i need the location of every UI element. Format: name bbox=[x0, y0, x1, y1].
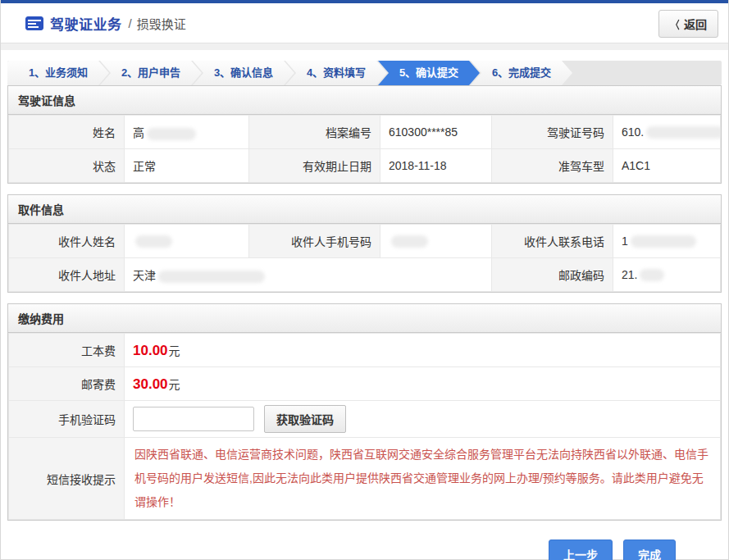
vehicle-class-value: A1C1 bbox=[613, 149, 721, 183]
table-row: 收件人地址 天津 邮政编码 21. bbox=[9, 258, 721, 292]
recipient-mobile-value bbox=[380, 225, 492, 258]
file-number-label: 档案编号 bbox=[249, 116, 380, 149]
recipient-address-label: 收件人地址 bbox=[9, 258, 125, 292]
breadcrumb-separator: / bbox=[129, 16, 132, 30]
sms-notice-cell: 因陕西省联通、电信运营商技术问题，陕西省互联网交通安全综合服务管理平台无法向持陕… bbox=[125, 438, 721, 520]
license-number-label: 驾驶证号码 bbox=[492, 116, 613, 149]
name-label: 姓名 bbox=[9, 116, 125, 149]
redaction-blur bbox=[158, 271, 265, 283]
payment-fees-panel: 缴纳费用 工本费 10.00元 邮寄费 30.00元 手机验证码 获取验证码 短… bbox=[7, 303, 722, 521]
breadcrumb-current: 损毁换证 bbox=[137, 15, 186, 32]
table-row: 邮寄费 30.00元 bbox=[9, 367, 721, 401]
step-2-user-declaration: 2、用户申告 bbox=[100, 61, 202, 85]
recipient-mobile-label: 收件人手机号码 bbox=[249, 225, 380, 258]
back-button[interactable]: 〈 返回 bbox=[658, 10, 718, 38]
pickup-info-panel: 取件信息 收件人姓名 收件人手机号码 收件人联系电话 1 收件人地址 天津 邮政… bbox=[7, 194, 722, 293]
vehicle-class-label: 准驾车型 bbox=[492, 149, 613, 183]
step-6-finish-submit: 6、完成提交 bbox=[471, 61, 572, 85]
redaction-blur bbox=[135, 235, 172, 248]
fee-amount: 30.00 bbox=[133, 376, 168, 392]
redaction-blur bbox=[391, 235, 428, 248]
redaction-blur bbox=[631, 235, 696, 248]
header-divider bbox=[1, 43, 728, 50]
payment-fees-title: 缴纳费用 bbox=[8, 304, 721, 333]
expiry-date-label: 有效期止日期 bbox=[249, 149, 380, 183]
status-value: 正常 bbox=[125, 149, 249, 183]
license-info-panel: 驾驶证信息 姓名 高 档案编号 610300****85 驾驶证号码 610. … bbox=[7, 85, 722, 184]
table-row: 工本费 10.00元 bbox=[9, 334, 721, 367]
payment-fees-table: 工本费 10.00元 邮寄费 30.00元 手机验证码 获取验证码 短信接收提示… bbox=[8, 333, 721, 520]
postcode-label: 邮政编码 bbox=[492, 258, 613, 292]
finish-button[interactable]: 完成 bbox=[623, 540, 676, 560]
license-info-table: 姓名 高 档案编号 610300****85 驾驶证号码 610. 状态 正常 … bbox=[8, 115, 721, 183]
recipient-address-value: 天津 bbox=[125, 258, 492, 292]
back-button-label: 返回 bbox=[684, 16, 707, 32]
table-row: 手机验证码 获取验证码 bbox=[9, 401, 721, 438]
name-value: 高 bbox=[125, 116, 249, 149]
postcode-value: 21. bbox=[613, 258, 721, 292]
sms-notice-text: 因陕西省联通、电信运营商技术问题，陕西省互联网交通安全综合服务管理平台无法向持陕… bbox=[133, 438, 712, 519]
table-row: 姓名 高 档案编号 610300****85 驾驶证号码 610. bbox=[9, 116, 721, 149]
fee-unit: 元 bbox=[169, 344, 180, 357]
table-row: 状态 正常 有效期止日期 2018-11-18 准驾车型 A1C1 bbox=[9, 149, 721, 183]
status-label: 状态 bbox=[9, 149, 125, 183]
back-arrow-icon: 〈 bbox=[671, 16, 679, 32]
step-3-confirm-info: 3、确认信息 bbox=[193, 61, 294, 85]
production-cost-label: 工本费 bbox=[9, 334, 125, 367]
postage-fee-value: 30.00元 bbox=[125, 367, 721, 401]
sms-code-cell: 获取验证码 bbox=[125, 401, 721, 438]
recipient-phone-value: 1 bbox=[613, 225, 721, 258]
page-title: 驾驶证业务 bbox=[50, 13, 122, 34]
expiry-date-value: 2018-11-18 bbox=[380, 149, 492, 183]
page-header: 驾驶证业务 / 损毁换证 〈 返回 bbox=[1, 3, 728, 43]
redaction-blur bbox=[640, 269, 664, 281]
pickup-info-title: 取件信息 bbox=[8, 195, 721, 224]
recipient-name-label: 收件人姓名 bbox=[9, 225, 125, 258]
redaction-blur bbox=[646, 126, 720, 139]
license-number-value: 610. bbox=[613, 116, 721, 149]
postage-fee-label: 邮寄费 bbox=[9, 367, 125, 401]
step-4-fill-data: 4、资料填写 bbox=[285, 61, 387, 85]
table-row: 收件人姓名 收件人手机号码 收件人联系电话 1 bbox=[9, 225, 721, 258]
table-row: 短信接收提示 因陕西省联通、电信运营商技术问题，陕西省互联网交通安全综合服务管理… bbox=[9, 438, 721, 520]
production-cost-value: 10.00元 bbox=[125, 334, 721, 367]
step-progress-bar: 1、业务须知 2、用户申告 3、确认信息 4、资料填写 5、确认提交 6、完成提… bbox=[7, 61, 722, 85]
step-5-confirm-submit: 5、确认提交 bbox=[378, 61, 480, 85]
wizard-footer: 上一步 完成 bbox=[1, 531, 728, 560]
sms-code-input[interactable] bbox=[133, 407, 254, 431]
previous-step-button[interactable]: 上一步 bbox=[549, 540, 613, 560]
redaction-blur bbox=[147, 128, 196, 140]
step-1-business-notice: 1、业务须知 bbox=[7, 61, 109, 85]
page-container: 驾驶证业务 / 损毁换证 〈 返回 1、业务须知 2、用户申告 3、确认信息 4… bbox=[0, 0, 729, 560]
sms-code-label: 手机验证码 bbox=[9, 401, 125, 438]
license-card-icon bbox=[25, 16, 43, 30]
recipient-name-value bbox=[125, 225, 249, 258]
recipient-phone-label: 收件人联系电话 bbox=[492, 225, 613, 258]
fee-amount: 10.00 bbox=[133, 343, 168, 358]
fee-unit: 元 bbox=[169, 378, 180, 391]
sms-notice-label: 短信接收提示 bbox=[9, 438, 125, 520]
pickup-info-table: 收件人姓名 收件人手机号码 收件人联系电话 1 收件人地址 天津 邮政编码 21… bbox=[8, 224, 721, 292]
get-sms-code-button[interactable]: 获取验证码 bbox=[264, 405, 346, 433]
file-number-value: 610300****85 bbox=[380, 116, 492, 149]
license-info-title: 驾驶证信息 bbox=[8, 86, 721, 115]
